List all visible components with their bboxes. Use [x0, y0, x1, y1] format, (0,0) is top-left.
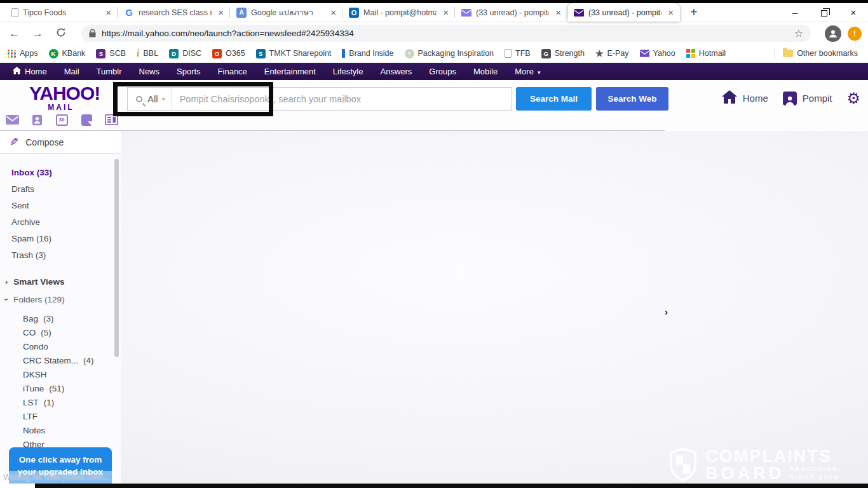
browser-tab-google[interactable]: AGoogle แปลภาษา× [230, 3, 342, 22]
nav-item-answers[interactable]: Answers [380, 67, 412, 76]
sidebar-item-inbox-33[interactable]: Inbox (33) [0, 164, 121, 180]
nav-item-more[interactable]: More▾ [515, 67, 540, 76]
translate-icon: A [236, 8, 247, 18]
address-bar[interactable]: https://mail.yahoo.com/neo/launch?action… [81, 25, 811, 42]
bookmark-brand-inside[interactable]: Brand Inside [342, 49, 393, 58]
bookmark-e-pay[interactable]: ★E-Pay [595, 49, 629, 58]
close-tab-icon[interactable]: × [441, 7, 451, 18]
nav-item-mail[interactable]: Mail [64, 67, 79, 76]
profile-avatar[interactable] [825, 25, 841, 42]
update-alert-badge[interactable]: ! [848, 27, 862, 41]
folder-notes[interactable]: Notes [0, 423, 121, 437]
nav-item-mobile[interactable]: Mobile [473, 67, 498, 76]
home-icon[interactable] [722, 90, 737, 106]
browser-tab-33-unread-pompit[interactable]: (33 unread) - pompit@× [455, 3, 567, 22]
search-input[interactable] [172, 88, 512, 110]
settings-gear-icon[interactable]: ⚙ [846, 91, 860, 106]
close-tab-icon[interactable]: × [329, 7, 338, 18]
mail-header: YAHOO! MAIL 30 All ▾ [0, 80, 868, 131]
bookmark-hotmail[interactable]: Hotmail [686, 49, 726, 58]
home-link[interactable]: Home [743, 93, 768, 104]
folder-condo[interactable]: Condo [0, 339, 121, 353]
bookmark-tfb[interactable]: TFB [505, 49, 531, 58]
bookmark-packaging-inspiration[interactable]: *Packaging Inspiration [405, 49, 494, 58]
folder-co[interactable]: CO(5) [0, 325, 121, 339]
bookmark-disc[interactable]: DDISC [169, 49, 201, 58]
close-tab-icon[interactable]: × [216, 7, 226, 18]
profile-icon[interactable] [783, 92, 797, 105]
bookmark-bbl[interactable]: iBBL [137, 48, 158, 58]
nav-item-finance[interactable]: Finance [218, 67, 247, 76]
url-text[interactable]: https://mail.yahoo.com/neo/launch?action… [102, 29, 794, 38]
yahoo-mail-logo[interactable]: YAHOO! MAIL [29, 84, 93, 111]
bookmark-strength[interactable]: GStrength [541, 49, 585, 58]
nav-item-news[interactable]: News [139, 67, 160, 76]
mail-icon[interactable] [5, 114, 19, 126]
reload-icon[interactable] [56, 27, 66, 39]
browser-tab-tipco-foods[interactable]: Tipco Foods× [5, 3, 118, 22]
sidebar-item-drafts[interactable]: Drafts [0, 180, 121, 197]
account-name[interactable]: Pompit [803, 93, 832, 104]
search-mail-button[interactable]: Search Mail [516, 87, 592, 111]
nav-item-tumblr[interactable]: Tumblr [97, 67, 122, 76]
bookmark-apps[interactable]: Apps [8, 49, 38, 58]
close-window-button[interactable]: × [839, 3, 868, 22]
restore-button[interactable] [810, 3, 839, 22]
nav-item-groups[interactable]: Groups [429, 67, 456, 76]
contacts-icon[interactable] [30, 114, 44, 126]
sidebar-item-folders[interactable]: › Folders (129) [0, 291, 121, 308]
back-icon[interactable]: ← [9, 28, 20, 39]
folder-bag[interactable]: Bag(3) [0, 311, 121, 325]
complaints-board-watermark: COMPLAINTS BOARD RESOLVING SINCE 2004 [668, 447, 839, 482]
close-tab-icon[interactable]: × [104, 7, 113, 18]
notepad-icon[interactable] [79, 114, 93, 126]
other-bookmarks[interactable]: Other bookmarks [783, 49, 858, 58]
close-tab-icon[interactable]: × [553, 7, 563, 18]
forward-icon[interactable]: → [32, 28, 43, 39]
sidebar-item-archive[interactable]: Archive [0, 214, 121, 230]
tab-title: Google แปลภาษา [251, 6, 324, 19]
bookmark-tmkt-sharepoint[interactable]: STMKT Sharepoint [256, 49, 332, 58]
mail-dark-icon [574, 8, 584, 18]
mail-content-pane: › [121, 131, 868, 484]
chevron-down-icon[interactable]: ▾ [162, 95, 165, 102]
bookmark-yahoo[interactable]: Yahoo [640, 49, 675, 58]
sidebar-item-sent[interactable]: Sent [0, 197, 121, 214]
sidebar-item-trash-3[interactable]: Trash (3) [0, 247, 121, 263]
bookmark-o365[interactable]: OO365 [212, 49, 245, 58]
browser-tab-33-unread-pompit[interactable]: (33 unread) - pompit@× [567, 3, 680, 22]
folder-dksh[interactable]: DKSH [0, 367, 121, 381]
compose-button[interactable]: ✎ Compose [0, 131, 121, 154]
sidebar-item-spam-16[interactable]: Spam (16) [0, 230, 121, 247]
bookmark-label: TFB [515, 49, 531, 58]
browser-tab-mail-pompit-hotmai[interactable]: OMail - pompit@hotmai× [342, 3, 455, 22]
sidebar-item-smart-views[interactable]: › Smart Views [0, 273, 121, 290]
nav-item-lifestyle[interactable]: Lifestyle [333, 67, 363, 76]
news-feed-icon[interactable] [104, 114, 118, 126]
nav-item-home[interactable]: Home [13, 67, 47, 76]
expand-pane-chevron-icon[interactable]: › [665, 306, 668, 317]
folder-crc-statem[interactable]: CRC Statem...(4) [0, 353, 121, 367]
bookmark-star-icon[interactable]: ☆ [794, 27, 803, 39]
minimize-button[interactable]: – [780, 3, 810, 22]
sidebar-scrollbar-thumb[interactable] [114, 159, 119, 357]
nav-item-sports[interactable]: Sports [177, 67, 201, 76]
close-tab-icon[interactable]: × [666, 7, 675, 18]
search-filter-dropdown[interactable]: All [147, 93, 158, 104]
calendar-icon[interactable]: 30 [55, 114, 69, 126]
new-tab-button[interactable]: + [686, 5, 702, 20]
nav-item-entertainment[interactable]: Entertainment [264, 67, 316, 76]
bookmark-kbank[interactable]: KKBank [49, 49, 86, 58]
browser-tab-research-ses-class-mea[interactable]: Gresearch SES class mea× [118, 3, 230, 22]
restore-icon [821, 10, 827, 17]
bookmarks-divider [775, 48, 775, 59]
folder-lst[interactable]: LST(1) [0, 395, 121, 409]
chevron-down-icon: ▾ [538, 69, 541, 76]
bookmark-label: O365 [226, 49, 245, 58]
folder-itune[interactable]: iTune(51) [0, 381, 121, 395]
folder-ltf[interactable]: LTF [0, 409, 121, 423]
bookmark-scb[interactable]: SSCB [96, 49, 126, 58]
nav-item-label: Lifestyle [333, 67, 363, 76]
search-web-button[interactable]: Search Web [596, 87, 668, 111]
nav-item-label: Sports [177, 67, 201, 76]
